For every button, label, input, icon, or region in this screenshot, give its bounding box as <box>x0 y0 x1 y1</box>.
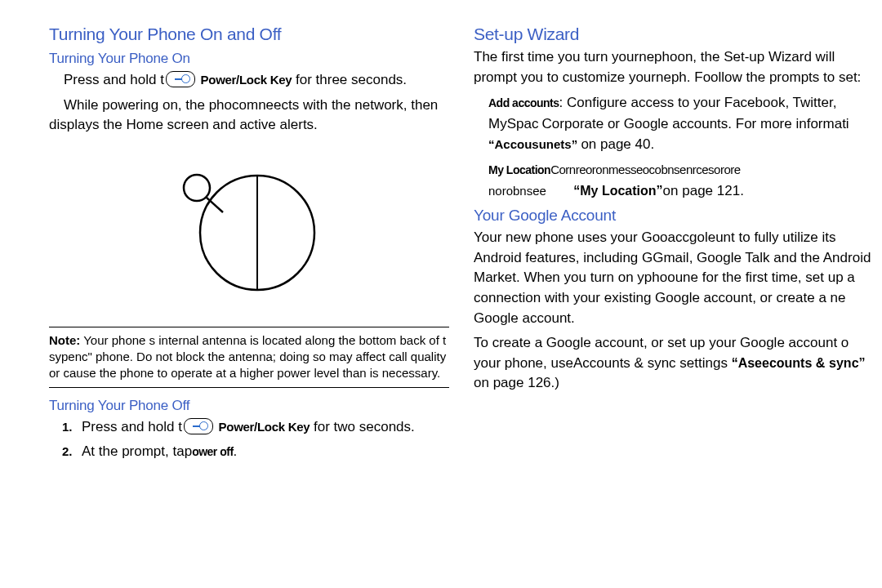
off-2-poweroff: ower off <box>192 445 233 458</box>
accounts-ref: “Acco​usun​ets​” <box>488 137 577 151</box>
add-accounts-body-c: on page 40. <box>581 136 654 152</box>
off-1-a: Press and hold t <box>82 419 182 434</box>
my-location-lead: My Location <box>488 163 550 176</box>
power-lock-key-icon <box>184 418 213 434</box>
google-para-1: Your new phone uses your G​oo​acc​goleu​… <box>474 228 874 328</box>
phone-off-step-1: 1. Press and hold t Power/Lock Key for t… <box>82 417 449 438</box>
loc-body-a: Cor​nreo​ron​messe​ocob​nsen​rcesor​ore <box>550 163 740 176</box>
note-lead: Note: <box>49 333 80 347</box>
power-lock-key-label: Power/Lock Key <box>201 73 292 87</box>
svg-point-2 <box>184 175 210 201</box>
text-press-hold-a: Press and hold t <box>64 72 164 87</box>
google-2c: on page 126.) <box>474 375 559 390</box>
step-number-2: 2. <box>62 443 73 461</box>
accounts-sync-ref2: s​y​nc” <box>829 356 865 370</box>
heading-onoff: Turning Your Phone On and Off <box>49 24 449 44</box>
loc-body-c: on page 121. <box>663 183 744 198</box>
off-2-c: . <box>234 443 238 459</box>
subheading-phone-off: Turning Your Phone Off <box>49 398 449 414</box>
google-2b: se​A​ccounts & sync settings <box>559 355 732 371</box>
right-column: Set-up Wizard The first time you turn yo… <box>474 24 874 467</box>
antenna-diagram <box>49 147 449 318</box>
phone-off-step-2: 2. At the prompt, ta​power off. <box>82 442 449 462</box>
wizard-bullet-location: My LocationCor​nreo​ron​messe​ocob​nsen​… <box>488 160 874 202</box>
power-lock-key-label-off: Power/Lock Key <box>219 420 310 434</box>
left-column: Turning Your Phone On and Off Turning Yo… <box>49 24 449 467</box>
off-1-b: for two seconds. <box>310 419 415 434</box>
off-2-a: At the prompt, ta​p <box>82 443 192 459</box>
antenna-diagram-svg <box>159 155 339 310</box>
subheading-google-account: Your Google Account <box>474 207 874 225</box>
accounts-sync-ref: “A​see​cou​nts & <box>732 356 826 370</box>
step-number-1: 1. <box>62 418 73 436</box>
document-page: Turning Your Phone On and Off Turning Yo… <box>0 0 882 475</box>
loc-body-b: nor​ob​nsee <box>488 184 546 198</box>
wizard-intro: The first time you turn you​rn​ep​ho​on,… <box>474 47 874 87</box>
svg-line-3 <box>207 198 223 212</box>
antenna-note: Note: Your phone s internal antenna is l… <box>49 327 449 388</box>
phone-on-network: While powering on, the pho​comne​ects wi… <box>49 96 449 136</box>
wizard-bullet-accounts: Add accounts: Configure access to your F… <box>488 92 874 155</box>
text-press-hold-b: for three seconds. <box>292 72 407 87</box>
my-location-ref: “My Location” <box>573 184 662 198</box>
note-body: Your phone s internal antenna is located… <box>49 333 446 381</box>
add-accounts-body-b: Corporate or Google accounts. For more i… <box>542 114 849 135</box>
subheading-phone-on: Turning Your Phone On <box>49 51 449 67</box>
heading-setup-wizard: Set-up Wizard <box>474 24 874 44</box>
power-lock-key-icon <box>166 71 195 87</box>
google-para-2: To create a Google account, or set up yo… <box>474 333 874 394</box>
add-accounts-lead: Add accounts <box>488 96 559 109</box>
phone-on-step: Press and hold t Power/Lock Key for thre… <box>49 70 449 91</box>
